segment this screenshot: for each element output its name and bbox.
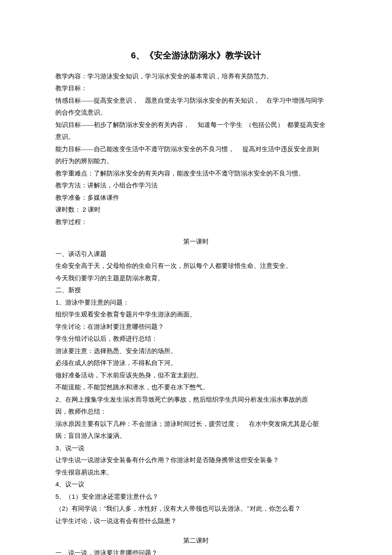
lesson1-point2-line2: 因，教师作总结： [55, 405, 337, 418]
teaching-content: 教学内容：学习游泳安全知识，学习溺水安全的基本常识，培养有关防范力。 [55, 70, 337, 83]
text: 溺水原因主要有以下几种：不会游泳；游泳时间过长，疲劳过度； [55, 420, 241, 427]
text: 情感目标——提高安全意识， [55, 97, 138, 104]
lesson1-point3: 3、说一说 [55, 442, 337, 454]
text: 愿意自觉去学习防溺水安全的有关知识， [145, 97, 260, 104]
lesson2-header: 第二课时 [55, 535, 337, 547]
document-title: 6、《安全游泳防溺水》教学设计 [55, 47, 337, 64]
text: 、在网上搜集学生发生溺水而导致死亡的事故，然后组织学生共同分析发生溺水事故的原 [59, 396, 308, 403]
lesson1-p1-a: 组织学生观看安全教育专题片中学生游泳的画面。 [55, 308, 337, 321]
teaching-method: 教学方法：讲解法，小组合作学习法 [55, 179, 337, 192]
text: ）安全游泳还需要注意什么？ [75, 493, 159, 500]
text: 都要提高安全 [287, 121, 326, 128]
text: （包括公民） [245, 121, 284, 128]
text: 、游泳中要注意的问题： [59, 299, 129, 306]
lesson1-p2-c: 溺水原因主要有以下几种：不会游泳；游泳时间过长，疲劳过度； 在水中突发病尤其是心… [55, 418, 337, 430]
text: 、议一议 [59, 481, 84, 488]
lesson1-p2-d: 病；盲目游入深水漩涡。 [55, 430, 337, 442]
text: 在学习中增强与同学 [266, 97, 324, 104]
objective-knowledge-line1: 知识目标——初步了解防溺水安全的有关内容， 知道每一个学生 （包括公民） 都要提… [55, 119, 337, 131]
lesson1-p1-b: 学生讨论：在游泳时要注意哪些问题？ [55, 321, 337, 333]
teaching-difficulty: 教学重难点：了解防溺水安全的有关内容，能改变生活中不遵守防溺水安全的不良习惯。 [55, 167, 337, 180]
objective-emotion-line1: 情感目标——提高安全意识， 愿意自觉去学习防溺水安全的有关知识， 在学习中增强与… [55, 95, 337, 107]
title-name: 《安全游泳防溺水》教学设计 [145, 50, 261, 60]
text: 提高对生活中违反安全原则 [242, 146, 319, 152]
title-sep: 、 [136, 50, 145, 60]
text: 课时数： [55, 206, 81, 213]
objective-ability-line1: 能力目标——自己能改变生活中不遵守防溺水安全的不良习惯， 提高对生活中违反安全原… [55, 143, 337, 155]
teaching-prep: 教学准备：多媒体课件 [55, 192, 337, 204]
text: 、（ [59, 493, 72, 500]
lesson1-section2: 二、新授 [55, 284, 337, 296]
objective-ability-line2: 的行为的辨别能力。 [55, 155, 337, 167]
periods-number: 2 [83, 206, 86, 213]
text: 知识目标——初步了解防溺水安全的有关内容， [55, 121, 190, 128]
text: 课时 [86, 206, 101, 213]
text: 知道每一个学生 [198, 121, 242, 128]
objective-knowledge-line2: 意识。 [55, 131, 337, 143]
title-number: 6 [131, 50, 136, 60]
lesson1-point5: 5、（1）安全游泳还需要注意什么？ [55, 491, 337, 503]
document-page: 6、《安全游泳防溺水》教学设计 教学内容：学习游泳安全知识，学习溺水安全的基本常… [0, 0, 392, 555]
lesson1-p1-g: 不能逞能，不能贸然跳水和潜水，也不要在水下憋气。 [55, 381, 337, 394]
lesson1-p3-b: 学生很容易说出来。 [55, 466, 337, 479]
lesson1-p6-c: 让学生讨论，说一说这有会有些什么隐患？ [55, 515, 337, 527]
lesson1-point4: 4、议一议 [55, 478, 337, 491]
lesson1-p1-c: 学生分组讨论以后，教师进行总结： [55, 333, 337, 345]
num: 1 [72, 493, 75, 500]
lesson1-s1-line2: 今天我们要学习的主题是防溺水教育。 [55, 272, 337, 285]
text: 能力目标——自己能改变生活中不遵守防溺水安全的不良习惯， [55, 146, 234, 152]
text: ）有同学说："我们人多，水性好，没有大人带领也可以去游泳。"对此，你怎么看？ [65, 505, 300, 512]
lesson1-p3-a: 让学生说一说游泳安全装备有什么作用？你游泳时是否随身携带这些安全装备？ [55, 454, 337, 466]
text: 在水中突发病尤其是心脏 [249, 420, 319, 427]
lesson1-p1-f: 做好准备活动，下水前应该先热身，但不宜太剧烈。 [55, 369, 337, 382]
lesson2-section1: 一、说一说，游泳要注意哪些问题？ [55, 547, 337, 555]
teaching-process-header: 教学过程： [55, 216, 337, 228]
lesson1-point2-line1: 2、在网上搜集学生发生溺水而导致死亡的事故，然后组织学生共同分析发生溺水事故的原 [55, 394, 337, 406]
lesson1-point6: （2）有同学说："我们人多，水性好，没有大人带领也可以去游泳。"对此，你怎么看？ [55, 503, 337, 515]
objective-emotion-line2: 的合作交流意识。 [55, 106, 337, 119]
lesson1-header: 第一课时 [55, 236, 337, 248]
objectives-header: 教学目标： [55, 82, 337, 95]
lesson1-s1-line1: 生命安全高于天，父母给你的生命只有一次，所以每个人都要珍惜生命、注意安全。 [55, 260, 337, 272]
teaching-periods: 课时数： 2 课时 [55, 204, 337, 216]
lesson1-point1: 1、游泳中要注意的问题： [55, 296, 337, 309]
text: 、说一说 [59, 445, 84, 451]
text: （ [55, 505, 62, 512]
lesson1-p1-e: 必须在成人的陪伴下游泳，不得私自下河。 [55, 357, 337, 369]
lesson1-p1-d: 游泳要注意：选择熟悉、安全清洁的场所。 [55, 345, 337, 357]
lesson1-section1: 一、谈话引入课题 [55, 248, 337, 260]
